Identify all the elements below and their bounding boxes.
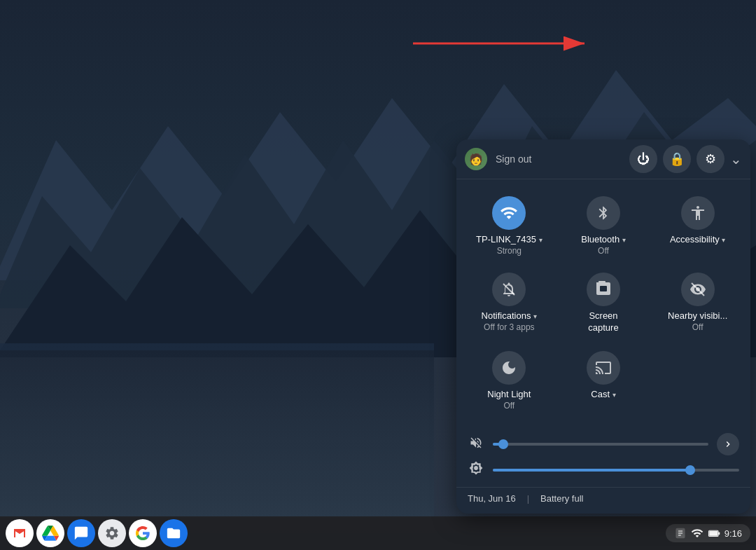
sign-out-button[interactable]: Sign out xyxy=(496,153,531,165)
gear-icon: ⚙ xyxy=(705,151,716,167)
lock-icon: 🔒 xyxy=(669,151,685,167)
screen-capture-tile-label: Screencapture xyxy=(588,310,618,334)
svg-point-11 xyxy=(474,466,478,470)
notifications-tile[interactable]: Notifications ▾ Off for 3 apps xyxy=(462,264,556,343)
brightness-slider-row xyxy=(468,461,739,479)
qs-sliders xyxy=(456,427,750,487)
power-icon: ⏻ xyxy=(637,152,650,167)
cast-tile[interactable]: Cast ▾ xyxy=(556,343,651,419)
footer-separator: | xyxy=(527,493,529,504)
qs-tiles-grid: TP-LINK_7435 ▾ Strong Bluetooth ▾ Off xyxy=(456,179,750,427)
nearby-visibility-tile[interactable]: Nearby visibi... Off xyxy=(650,264,745,343)
svg-rect-18 xyxy=(718,532,720,535)
volume-slider-row xyxy=(468,433,739,455)
notifications-tile-icon xyxy=(492,273,526,306)
date-display: Thu, Jun 16 xyxy=(468,493,516,504)
cast-tile-icon xyxy=(587,351,620,385)
svg-rect-5 xyxy=(0,343,434,350)
bluetooth-tile-label: Bluetooth ▾ Off xyxy=(581,234,626,256)
brightness-icon xyxy=(468,461,484,479)
nearby-visibility-tile-icon xyxy=(681,273,715,306)
brightness-slider-thumb[interactable] xyxy=(685,465,695,475)
qs-footer: Thu, Jun 16 | Battery full xyxy=(456,487,750,514)
taskbar: 9:16 xyxy=(0,516,756,550)
battery-icon xyxy=(708,527,720,539)
nearby-visibility-tile-label: Nearby visibi... Off xyxy=(668,310,727,332)
taskbar-status: 9:16 xyxy=(666,524,750,542)
brightness-slider-fill xyxy=(493,469,690,472)
chevron-down-button[interactable]: ⌄ xyxy=(730,151,742,167)
brightness-slider-track[interactable] xyxy=(493,469,739,472)
qs-topbar: 🧑 Sign out ⏻ 🔒 ⚙ ⌄ xyxy=(456,139,750,179)
night-light-tile-icon xyxy=(492,351,526,385)
taskbar-wifi-icon xyxy=(691,527,704,539)
accessibility-tile-label: Accessibility ▾ xyxy=(670,234,725,246)
doc-icon xyxy=(674,527,687,539)
night-light-tile[interactable]: Night Light Off xyxy=(462,343,556,419)
taskbar-apps xyxy=(6,519,188,547)
lock-button[interactable]: 🔒 xyxy=(663,145,691,173)
screen-capture-tile-icon xyxy=(587,273,620,306)
taskbar-app-google[interactable] xyxy=(129,519,157,547)
user-avatar: 🧑 xyxy=(465,148,487,170)
taskbar-time: 9:16 xyxy=(724,528,742,539)
screen-capture-tile[interactable]: Screencapture xyxy=(556,264,651,343)
volume-slider-track[interactable] xyxy=(493,443,708,446)
status-area[interactable]: 9:16 xyxy=(666,524,750,542)
settings-button[interactable]: ⚙ xyxy=(696,145,724,173)
bluetooth-tile[interactable]: Bluetooth ▾ Off xyxy=(556,188,651,264)
svg-rect-4 xyxy=(0,343,434,518)
volume-expand-button[interactable] xyxy=(717,433,739,455)
taskbar-app-messages[interactable] xyxy=(67,519,95,547)
volume-slider-thumb[interactable] xyxy=(498,439,508,449)
power-button[interactable]: ⏻ xyxy=(629,145,657,173)
notifications-tile-label: Notifications ▾ Off for 3 apps xyxy=(482,310,537,332)
cast-tile-label: Cast ▾ xyxy=(591,389,615,401)
taskbar-app-settings[interactable] xyxy=(98,519,126,547)
wifi-tile-label: TP-LINK_7435 ▾ Strong xyxy=(476,234,542,256)
accessibility-tile-icon xyxy=(681,196,715,230)
wifi-tile[interactable]: TP-LINK_7435 ▾ Strong xyxy=(462,188,556,264)
taskbar-app-files[interactable] xyxy=(160,519,188,547)
svg-rect-9 xyxy=(600,286,607,291)
bluetooth-tile-icon xyxy=(587,196,620,230)
svg-rect-17 xyxy=(709,531,718,536)
battery-status: Battery full xyxy=(540,493,583,504)
accessibility-tile[interactable]: Accessibility ▾ xyxy=(650,188,745,264)
volume-muted-icon xyxy=(468,436,484,453)
quick-settings-panel: 🧑 Sign out ⏻ 🔒 ⚙ ⌄ TP-LINK_7435 ▾ Strong xyxy=(456,139,750,514)
taskbar-app-gmail[interactable] xyxy=(6,519,34,547)
wifi-tile-icon xyxy=(492,196,526,230)
night-light-tile-label: Night Light Off xyxy=(487,389,531,411)
taskbar-app-drive[interactable] xyxy=(36,519,64,547)
